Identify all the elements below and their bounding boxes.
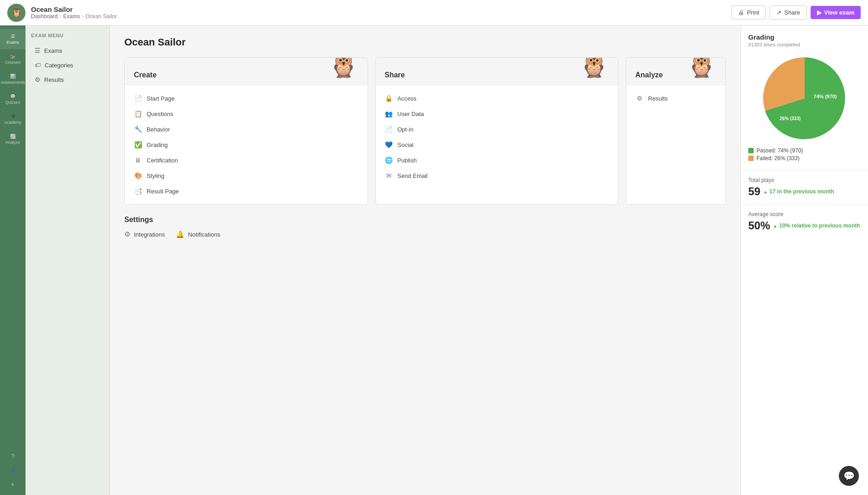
chat-button[interactable]: 💬	[839, 466, 859, 486]
view-exam-button[interactable]: ▶ View exam	[811, 6, 861, 19]
grading-legend: Passed: 74% (970) Failed: 26% (333)	[748, 147, 861, 162]
hamburger-icon: ≡	[11, 482, 14, 487]
total-plays-block: Total plays 59 17 in the previous month	[741, 170, 868, 204]
create-styling[interactable]: 🎨 Styling	[125, 168, 368, 183]
help-icon: ?	[11, 454, 14, 459]
share-button[interactable]: ↗ Share	[770, 5, 807, 20]
pie-chart-container: 74% (970) 26% (333)	[748, 53, 861, 144]
courses-icon: 📚	[10, 54, 15, 59]
sidebar-item-results-text[interactable]: ⚙ Results	[31, 73, 104, 86]
icon-sidebar-bottom: ? 👤 ≡	[10, 449, 15, 491]
text-sidebar: Exam menu ☰ Exams 🏷 Categories ⚙ Results	[26, 25, 110, 495]
create-card-items: 📄 Start Page 📋 Questions 🔧 Behavior ✅ Gr…	[125, 85, 368, 204]
sidebar-item-hamburger[interactable]: ≡	[10, 477, 15, 491]
share-publish[interactable]: 🌐 Publish	[376, 152, 618, 168]
results-icon: ⚙	[35, 76, 41, 83]
create-owl: 🦉	[329, 57, 358, 77]
grading-section: Grading #1303 times completed 74% (970) …	[741, 25, 868, 170]
share-opt-in[interactable]: 📄 Opt-in	[376, 121, 618, 137]
icon-sidebar: ☰ Exams 📚 Courses 📊 Assessments 💬 Quizze…	[0, 25, 26, 495]
create-behavior[interactable]: 🔧 Behavior	[125, 121, 368, 137]
sidebar-item-analyze[interactable]: 📈 Analyze	[0, 129, 26, 149]
styling-icon: 🎨	[134, 172, 142, 179]
settings-items: ⚙ Integrations 🔔 Notifications	[124, 230, 726, 238]
page-title: Ocean Sailor	[124, 36, 726, 48]
pie-passed-label: 74% (970)	[813, 94, 837, 99]
sidebar-item-categories-text[interactable]: 🏷 Categories	[31, 58, 104, 72]
legend-passed: Passed: 74% (970)	[748, 147, 861, 154]
topbar-left: 🦉 Ocean Sailor Dashboard › Exams › Ocean…	[7, 4, 117, 22]
average-score-value: 50% 10% relative to previous month	[748, 219, 861, 232]
settings-integrations[interactable]: ⚙ Integrations	[124, 230, 165, 238]
create-card-header: Create 🦉	[125, 58, 368, 85]
publish-icon: 🌐	[385, 157, 393, 164]
user-data-icon: 👥	[385, 110, 393, 117]
average-score-block: Average score 50% 10% relative to previo…	[741, 204, 868, 238]
questions-icon: 📋	[134, 110, 142, 117]
topbar: 🦉 Ocean Sailor Dashboard › Exams › Ocean…	[0, 0, 868, 25]
social-icon: 💙	[385, 141, 393, 148]
sidebar-item-quizzes[interactable]: 💬 Quizzes	[0, 89, 26, 109]
share-social[interactable]: 💙 Social	[376, 137, 618, 152]
grading-subtitle: #1303 times completed	[748, 42, 861, 47]
list-icon: ☰	[35, 47, 41, 54]
share-owl: 🦉	[579, 57, 609, 77]
create-questions[interactable]: 📋 Questions	[125, 106, 368, 121]
grading-icon: ✅	[134, 141, 142, 148]
results-analyze-icon: ⚙	[635, 95, 643, 102]
grading-title: Grading	[748, 33, 861, 41]
share-send-email[interactable]: ✉ Send Email	[376, 168, 618, 183]
share-card-items: 🔒 Access 👥 User Data 📄 Opt-in 💙 Social	[376, 85, 618, 189]
tag-icon: 🏷	[35, 61, 41, 69]
total-plays-delta: 17 in the previous month	[763, 188, 834, 195]
total-plays-label: Total plays	[748, 177, 861, 183]
create-certification[interactable]: 🖥 Certification	[125, 152, 368, 168]
settings-title: Settings	[124, 216, 726, 224]
right-sidebar: Grading #1303 times completed 74% (970) …	[740, 25, 868, 495]
user-icon: 👤	[10, 468, 15, 473]
breadcrumb-dashboard[interactable]: Dashboard	[31, 13, 58, 20]
sidebar-item-courses[interactable]: 📚 Courses	[0, 49, 26, 69]
integrations-icon: ⚙	[124, 230, 130, 238]
topbar-title-area: Ocean Sailor Dashboard › Exams › Ocean S…	[31, 5, 117, 20]
sidebar-item-assessments[interactable]: 📊 Assessments	[0, 69, 26, 89]
layout: ☰ Exams 📚 Courses 📊 Assessments 💬 Quizze…	[0, 25, 868, 495]
create-start-page[interactable]: 📄 Start Page	[125, 91, 368, 106]
cards-row: Create 🦉 📄 Start Page 📋 Questions 🔧 Beha…	[124, 57, 726, 205]
settings-notifications[interactable]: 🔔 Notifications	[176, 230, 220, 238]
sidebar-item-exams[interactable]: ☰ Exams	[0, 29, 26, 49]
notifications-icon: 🔔	[176, 230, 184, 238]
share-access[interactable]: 🔒 Access	[376, 91, 618, 106]
grading-pie-chart: 74% (970) 26% (333)	[759, 53, 850, 144]
print-icon: 🖨	[738, 9, 744, 16]
breadcrumb: Dashboard › Exams › Ocean Sailor	[31, 13, 117, 20]
menu-label: Exam menu	[31, 33, 104, 38]
quizzes-icon: 💬	[10, 94, 15, 99]
behavior-icon: 🔧	[134, 126, 142, 133]
share-card: Share 🦉 🔒 Access 👥 User Data 📄 Opt-in	[375, 57, 619, 205]
sidebar-item-academy[interactable]: 🎓 Academy	[0, 109, 26, 129]
sidebar-item-user[interactable]: 👤	[10, 463, 15, 477]
create-grading[interactable]: ✅ Grading	[125, 137, 368, 152]
print-button[interactable]: 🖨 Print	[731, 5, 766, 20]
analyze-owl: 🦉	[687, 57, 716, 77]
share-card-header: Share 🦉	[376, 58, 618, 85]
analyze-card-items: ⚙ Results	[626, 85, 725, 111]
create-result-page[interactable]: 📑 Result Page	[125, 183, 368, 199]
sidebar-item-help[interactable]: ?	[10, 449, 15, 463]
total-plays-value: 59 17 in the previous month	[748, 185, 861, 198]
sidebar-item-exams-text[interactable]: ☰ Exams	[31, 44, 104, 57]
breadcrumb-exams[interactable]: Exams	[63, 13, 80, 20]
share-user-data[interactable]: 👥 User Data	[376, 106, 618, 121]
failed-dot	[748, 156, 754, 161]
result-page-icon: 📑	[134, 187, 142, 195]
analyze-results[interactable]: ⚙ Results	[626, 91, 725, 106]
send-email-icon: ✉	[385, 172, 393, 179]
pie-failed-label: 26% (333)	[779, 116, 800, 121]
share-icon: ↗	[776, 9, 781, 16]
average-score-delta: 10% relative to previous month	[773, 222, 860, 229]
chat-icon: 💬	[843, 470, 855, 481]
analyze-card: Analyze 🦉 ⚙ Results	[626, 57, 726, 205]
opt-in-icon: 📄	[385, 126, 393, 133]
analyze-icon: 📈	[10, 134, 15, 139]
